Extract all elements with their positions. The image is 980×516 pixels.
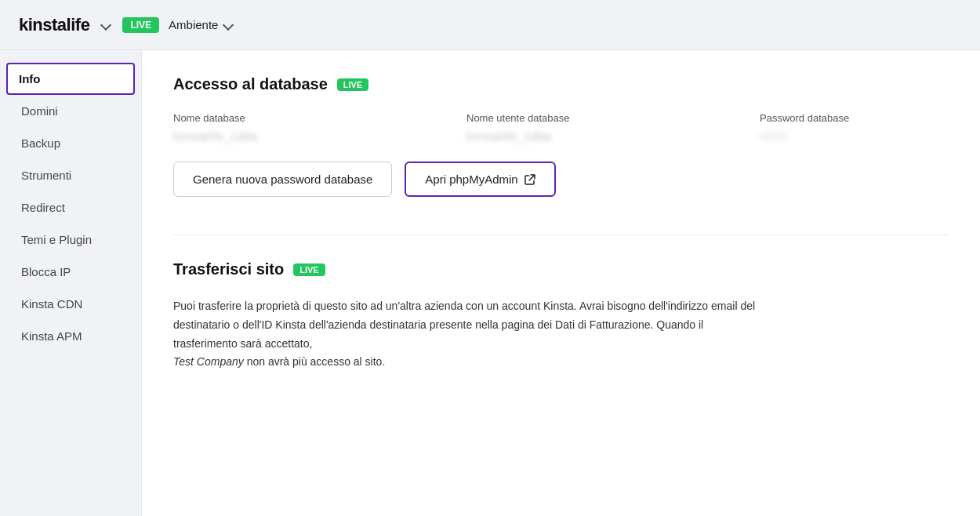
db-name-value: kinstalife_1d8a (173, 130, 448, 143)
transfer-company-name: Test Company (173, 355, 244, 368)
ambiente-chevron-icon (223, 19, 234, 30)
transfer-description: Puoi trasferire la proprietà di questo s… (173, 297, 769, 372)
transfer-desc-end: non avrà più accesso al sito. (244, 355, 386, 368)
sidebar-item-info[interactable]: Info (6, 63, 135, 95)
transfer-live-badge: LIVE (293, 263, 325, 276)
sidebar-item-domini[interactable]: Domini (0, 95, 141, 127)
sidebar-item-blocca-ip[interactable]: Blocca IP (0, 256, 141, 288)
transfer-section-header: Trasferisci sito LIVE (173, 260, 949, 278)
main-content: Accesso al database LIVE Nome database k… (141, 50, 980, 516)
database-section-title: Accesso al database (173, 75, 328, 93)
sidebar-item-kinsta-apm[interactable]: Kinsta APM (0, 320, 141, 352)
db-pass-value: •••••• (760, 130, 916, 143)
section-divider (173, 234, 949, 235)
database-section-header: Accesso al database LIVE (173, 75, 949, 93)
phpmyadmin-label: Apri phpMyAdmin (425, 173, 517, 186)
db-pass-label: Password database (760, 112, 916, 124)
db-pass-field: Password database •••••• (760, 112, 916, 143)
layout: Info Domini Backup Strumenti Redirect Te… (0, 50, 980, 516)
ambiente-label: Ambiente (169, 18, 218, 31)
header: kinstalife LIVE Ambiente (0, 0, 980, 50)
database-fields-row: Nome database kinstalife_1d8a Nome utent… (173, 112, 949, 143)
sidebar-item-backup[interactable]: Backup (0, 127, 141, 159)
open-phpmyadmin-button[interactable]: Apri phpMyAdmin (405, 162, 555, 197)
database-live-badge: LIVE (337, 78, 368, 91)
db-name-label: Nome database (173, 112, 448, 124)
live-badge-header: LIVE (122, 17, 159, 33)
logo: kinstalife (19, 15, 89, 35)
transfer-section: Trasferisci sito LIVE Puoi trasferire la… (173, 260, 949, 372)
sidebar-item-kinsta-cdn[interactable]: Kinsta CDN (0, 288, 141, 320)
db-user-field: Nome utente database kinstalife_1d8a (466, 112, 741, 143)
sidebar-item-redirect[interactable]: Redirect (0, 191, 141, 223)
transfer-desc-text: Puoi trasferire la proprietà di questo s… (173, 300, 755, 350)
external-link-icon (524, 174, 535, 185)
db-user-value: kinstalife_1d8a (466, 130, 741, 143)
sidebar-item-temi-e-plugin[interactable]: Temi e Plugin (0, 223, 141, 256)
database-section: Accesso al database LIVE Nome database k… (173, 75, 949, 197)
sidebar: Info Domini Backup Strumenti Redirect Te… (0, 50, 141, 516)
chevron-down-icon (100, 19, 111, 30)
database-buttons-row: Genera nuova password database Apri phpM… (173, 162, 949, 197)
ambiente-dropdown-button[interactable]: Ambiente (169, 18, 232, 31)
transfer-section-title: Trasferisci sito (173, 260, 284, 278)
sidebar-item-strumenti[interactable]: Strumenti (0, 159, 141, 191)
generate-password-button[interactable]: Genera nuova password database (173, 162, 392, 197)
db-name-field: Nome database kinstalife_1d8a (173, 112, 448, 143)
db-user-label: Nome utente database (466, 112, 741, 124)
logo-dropdown-button[interactable] (99, 18, 113, 32)
